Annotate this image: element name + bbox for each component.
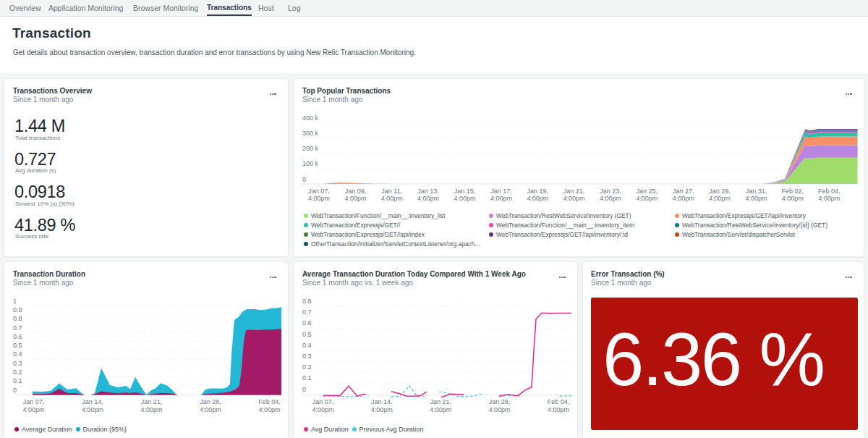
- svg-text:1: 1: [13, 298, 17, 305]
- svg-text:Jan 11,: Jan 11,: [381, 188, 402, 195]
- svg-text:Feb 04,: Feb 04,: [548, 398, 570, 405]
- svg-text:Jan 15,: Jan 15,: [454, 188, 476, 195]
- svg-text:Jan 07,: Jan 07,: [23, 398, 45, 405]
- svg-text:4:00pm: 4:00pm: [745, 195, 767, 202]
- svg-text:Jan 29,: Jan 29,: [709, 188, 731, 195]
- svg-text:4:00pm: 4:00pm: [673, 195, 694, 202]
- svg-text:4:00pm: 4:00pm: [22, 406, 44, 413]
- svg-text:4:00pm: 4:00pm: [709, 195, 731, 202]
- svg-text:Feb 04,: Feb 04,: [818, 188, 841, 195]
- svg-text:4:00pm: 4:00pm: [344, 195, 366, 202]
- svg-text:Feb 04,: Feb 04,: [258, 398, 281, 405]
- svg-text:Jan 19,: Jan 19,: [527, 188, 548, 195]
- svg-text:4:00pm: 4:00pm: [258, 406, 280, 413]
- svg-text:400 k: 400 k: [302, 114, 319, 122]
- svg-text:0.7: 0.7: [302, 308, 312, 316]
- svg-text:Jan 14,: Jan 14,: [82, 398, 103, 405]
- svg-text:4:00pm: 4:00pm: [430, 406, 451, 413]
- svg-text:0.1: 0.1: [302, 374, 312, 382]
- svg-text:0.4: 0.4: [302, 342, 312, 349]
- svg-text:0.8: 0.8: [13, 315, 22, 322]
- svg-text:Jan 28,: Jan 28,: [489, 398, 511, 405]
- svg-text:Jan 09,: Jan 09,: [345, 188, 367, 195]
- svg-text:Jan 13,: Jan 13,: [417, 188, 439, 195]
- svg-text:Jan 07,: Jan 07,: [308, 188, 330, 195]
- svg-text:4:00pm: 4:00pm: [371, 406, 393, 413]
- svg-text:Jan 07,: Jan 07,: [312, 398, 334, 405]
- svg-text:Jan 27,: Jan 27,: [673, 188, 694, 195]
- svg-text:4:00pm: 4:00pm: [782, 195, 804, 202]
- svg-text:4:00pm: 4:00pm: [548, 406, 569, 413]
- svg-text:4:00pm: 4:00pm: [490, 195, 512, 202]
- svg-text:Jan 23,: Jan 23,: [600, 188, 621, 195]
- svg-text:0.3: 0.3: [302, 353, 312, 360]
- svg-text:4:00pm: 4:00pm: [82, 406, 103, 413]
- svg-text:Feb 02,: Feb 02,: [782, 188, 804, 195]
- svg-text:0.4: 0.4: [13, 350, 22, 358]
- svg-text:0.6: 0.6: [302, 319, 312, 327]
- svg-text:Jan 14,: Jan 14,: [371, 398, 393, 405]
- svg-text:0: 0: [302, 176, 306, 183]
- svg-text:300 k: 300 k: [302, 130, 319, 137]
- svg-text:Jan 17,: Jan 17,: [490, 188, 512, 195]
- svg-text:100 k: 100 k: [302, 160, 319, 167]
- svg-text:Jan 31,: Jan 31,: [746, 188, 767, 195]
- svg-text:0.8: 0.8: [302, 298, 312, 305]
- svg-text:Jan 21,: Jan 21,: [563, 188, 585, 195]
- svg-text:0.2: 0.2: [13, 368, 22, 376]
- svg-text:0.6: 0.6: [13, 333, 22, 340]
- svg-text:0.9: 0.9: [13, 306, 22, 313]
- svg-text:Jan 21,: Jan 21,: [430, 398, 451, 405]
- svg-text:4:00pm: 4:00pm: [600, 195, 621, 202]
- svg-text:4:00pm: 4:00pm: [489, 406, 511, 413]
- svg-text:0.5: 0.5: [302, 331, 312, 338]
- svg-text:4:00pm: 4:00pm: [381, 195, 403, 202]
- svg-text:Jan 25,: Jan 25,: [637, 188, 658, 195]
- svg-text:4:00pm: 4:00pm: [200, 406, 221, 413]
- svg-text:4:00pm: 4:00pm: [818, 195, 840, 202]
- svg-text:0: 0: [302, 386, 306, 393]
- svg-text:4:00pm: 4:00pm: [563, 195, 585, 202]
- svg-text:0.7: 0.7: [13, 324, 22, 332]
- svg-text:0.5: 0.5: [13, 342, 22, 349]
- svg-text:4:00pm: 4:00pm: [308, 195, 330, 202]
- svg-text:200 k: 200 k: [302, 145, 319, 152]
- svg-text:0: 0: [13, 387, 17, 394]
- svg-text:4:00pm: 4:00pm: [140, 406, 162, 413]
- svg-text:0.2: 0.2: [302, 363, 312, 371]
- svg-text:4:00pm: 4:00pm: [312, 406, 333, 413]
- svg-text:0.1: 0.1: [13, 377, 22, 384]
- svg-text:4:00pm: 4:00pm: [454, 195, 475, 202]
- svg-text:0.3: 0.3: [13, 360, 22, 367]
- svg-text:4:00pm: 4:00pm: [636, 195, 658, 202]
- svg-text:Jan 21,: Jan 21,: [141, 398, 163, 405]
- svg-text:4:00pm: 4:00pm: [527, 195, 548, 202]
- svg-text:4:00pm: 4:00pm: [417, 195, 439, 202]
- svg-text:Jan 28,: Jan 28,: [200, 398, 221, 405]
